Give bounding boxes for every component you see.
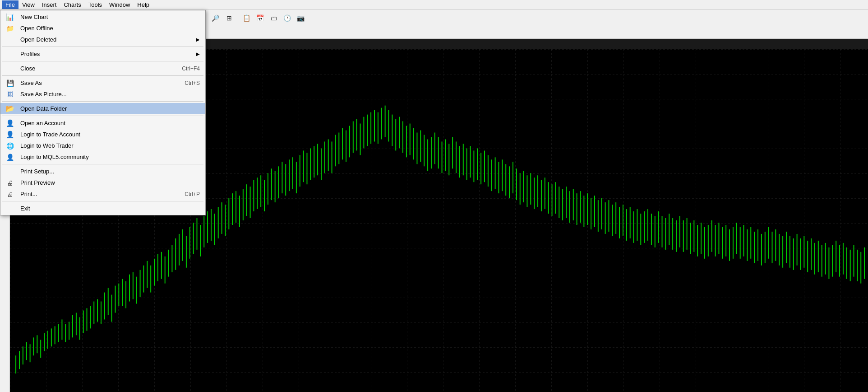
toolbar-screenshot[interactable]: 📷	[295, 12, 307, 24]
menu-file[interactable]: File	[2, 0, 18, 9]
menu-item-open-account[interactable]: 👤 Open an Account	[0, 117, 205, 129]
close-icon	[3, 64, 17, 73]
toolbar-indicator[interactable]: 📋	[240, 12, 253, 24]
save-as-shortcut: Ctrl+S	[166, 80, 200, 86]
exit-icon	[3, 204, 17, 213]
menu-item-close[interactable]: Close Ctrl+F4	[0, 63, 205, 74]
login-mql5-icon: 👤	[3, 153, 17, 162]
toolbar-zoom-out[interactable]: 🔎	[209, 12, 222, 24]
login-web-icon: 🌐	[3, 141, 17, 150]
menu-charts[interactable]: Charts	[60, 0, 84, 9]
profiles-arrow: ▶	[196, 51, 200, 56]
menu-item-profiles[interactable]: Profiles ▶	[0, 48, 205, 60]
print-icon: 🖨	[3, 190, 17, 199]
data-folder-icon: 📂	[3, 104, 17, 113]
menu-sep-2	[2, 61, 203, 61]
save-picture-icon: 🖼	[3, 90, 17, 99]
toolbar-template[interactable]: 🗃	[268, 12, 280, 24]
menu-tools[interactable]: Tools	[85, 0, 106, 9]
toolbar-period[interactable]: 📅	[254, 12, 267, 24]
menu-item-print-preview[interactable]: 🖨 Print Preview	[0, 177, 205, 188]
menu-item-save-as[interactable]: 💾 Save As Ctrl+S	[0, 77, 205, 89]
toolbar-sep-4	[238, 13, 238, 23]
menu-sep-5	[2, 116, 203, 116]
menu-bar: File View Insert Charts Tools Window Hel…	[0, 0, 868, 10]
menu-item-login-mql5[interactable]: 👤 Login to MQL5.community	[0, 151, 205, 163]
folder-icon: 📁	[3, 24, 17, 33]
menu-insert[interactable]: Insert	[38, 0, 60, 9]
menu-item-login-trade[interactable]: 👤 Login to Trade Account	[0, 129, 205, 140]
menu-help[interactable]: Help	[134, 0, 153, 9]
profiles-icon	[3, 50, 17, 59]
menu-item-new-chart[interactable]: 📊 New Chart	[0, 11, 205, 23]
save-icon: 💾	[3, 79, 17, 88]
print-preview-icon: 🖨	[3, 178, 17, 187]
login-trade-icon: 👤	[3, 130, 17, 139]
menu-item-exit[interactable]: Exit	[0, 203, 205, 214]
menu-sep-4	[2, 101, 203, 102]
menu-view[interactable]: View	[18, 0, 38, 9]
open-account-icon: 👤	[3, 119, 17, 128]
open-deleted-icon	[3, 35, 17, 44]
print-shortcut: Ctrl+P	[166, 191, 200, 197]
new-chart-icon: 📊	[3, 13, 17, 22]
menu-item-login-web[interactable]: 🌐 Login to Web Trader	[0, 140, 205, 151]
print-setup-icon	[3, 167, 17, 176]
file-dropdown-menu: 📊 New Chart 📁 Open Offline Open Deleted …	[0, 10, 206, 215]
menu-item-print[interactable]: 🖨 Print... Ctrl+P	[0, 188, 205, 200]
menu-item-open-deleted[interactable]: Open Deleted ▶	[0, 34, 205, 45]
menu-item-open-offline[interactable]: 📁 Open Offline	[0, 23, 205, 34]
toolbar-zoom-fit[interactable]: ⊞	[223, 12, 235, 24]
menu-item-open-data-folder[interactable]: 📂 Open Data Folder	[0, 103, 205, 114]
toolbar-clock[interactable]: 🕐	[281, 12, 294, 24]
menu-item-save-as-picture[interactable]: 🖼 Save As Picture...	[0, 89, 205, 100]
menu-window[interactable]: Window	[106, 0, 134, 9]
menu-sep-1	[2, 47, 203, 47]
close-shortcut: Ctrl+F4	[164, 65, 200, 72]
open-deleted-arrow: ▶	[196, 37, 200, 42]
menu-sep-7	[2, 201, 203, 201]
menu-item-print-setup[interactable]: Print Setup...	[0, 166, 205, 177]
menu-sep-6	[2, 164, 203, 164]
menu-sep-3	[2, 75, 203, 76]
